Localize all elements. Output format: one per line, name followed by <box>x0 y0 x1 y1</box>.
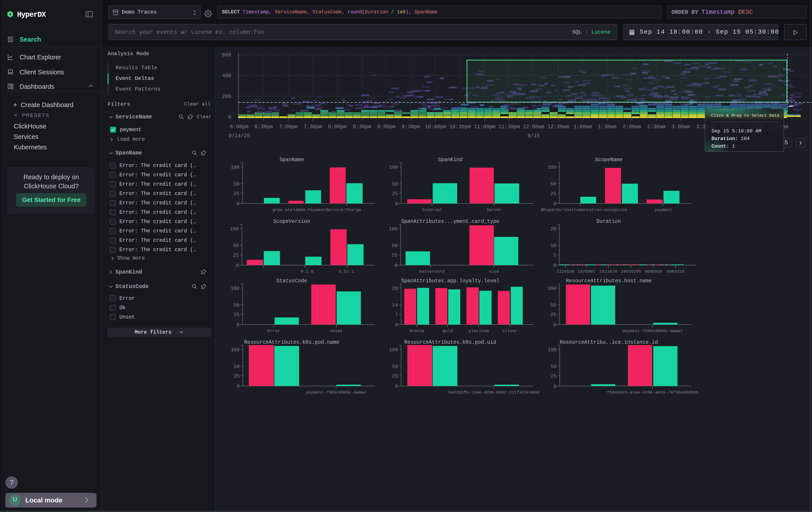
svg-text:Duration: Duration <box>597 219 621 224</box>
svg-text:platinum: platinum <box>468 329 489 333</box>
svg-text:0: 0 <box>236 263 239 268</box>
svg-text:2:00am: 2:00am <box>623 124 641 130</box>
svg-text:1:30am: 1:30am <box>598 124 616 130</box>
svg-text:50: 50 <box>234 364 240 370</box>
svg-text:12:00am: 12:00am <box>523 124 545 130</box>
svg-text:SpanName: SpanName <box>280 157 304 163</box>
svg-text:200: 200 <box>222 94 231 100</box>
svg-text:payment-7985c8969c-mwmw7: payment-7985c8969c-mwmw7 <box>622 329 683 333</box>
svg-text:11:00pm: 11:00pm <box>474 124 496 130</box>
svg-text:1621070: 1621070 <box>600 269 617 274</box>
svg-text:0: 0 <box>228 114 231 120</box>
svg-text:50: 50 <box>234 302 239 308</box>
svg-text:50: 50 <box>392 182 398 187</box>
svg-text:SpanAttributes...yment.card_ty: SpanAttributes...yment.card_type <box>401 219 499 224</box>
svg-text:100: 100 <box>231 165 239 170</box>
svg-text:mastercard: mastercard <box>419 269 444 274</box>
svg-text:0.51.1: 0.51.1 <box>339 269 354 274</box>
svg-text:14: 14 <box>392 302 398 308</box>
svg-text:50: 50 <box>551 302 556 308</box>
svg-text:grpc.oteldemo.PaymentService/C: grpc.oteldemo.PaymentService/Charge <box>272 208 361 212</box>
svg-text:ResourceAttributes.k8s.pod.nam: ResourceAttributes.k8s.pod.name <box>244 340 339 345</box>
svg-text:25: 25 <box>392 191 398 196</box>
svg-text:Server: Server <box>487 208 502 212</box>
svg-text:1:00am: 1:00am <box>574 124 592 130</box>
svg-text:600: 600 <box>222 52 231 58</box>
svg-text:100: 100 <box>547 165 556 170</box>
svg-text:50: 50 <box>551 364 556 370</box>
svg-text:100: 100 <box>231 347 240 353</box>
svg-text:bronze: bronze <box>409 329 425 333</box>
svg-text:ResourceAttributes.k8s.pod.uid: ResourceAttributes.k8s.pod.uid <box>404 340 496 345</box>
svg-text:Unset: Unset <box>330 329 343 333</box>
svg-text:25: 25 <box>392 253 398 258</box>
svg-text:9:30pm: 9:30pm <box>402 124 420 130</box>
svg-text:50: 50 <box>392 364 398 370</box>
svg-text:0: 0 <box>395 384 398 389</box>
svg-text:SpanKind: SpanKind <box>438 157 462 163</box>
svg-text:Internal: Internal <box>422 208 442 212</box>
svg-text:payment-7985c8969c-mwmw7: payment-7985c8969c-mwmw7 <box>306 390 367 395</box>
svg-text:0: 0 <box>553 263 556 268</box>
svg-text:ResourceAttribu..ice.instance.: ResourceAttribu..ice.instance.id <box>560 340 658 345</box>
svg-text:25: 25 <box>234 374 240 379</box>
svg-text:9/14/25: 9/14/25 <box>229 133 250 139</box>
svg-text:7: 7 <box>395 312 398 318</box>
svg-text:20: 20 <box>551 226 556 232</box>
svg-text:6:00pm: 6:00pm <box>230 124 249 130</box>
svg-text:1376801: 1376801 <box>577 269 595 274</box>
svg-text:25: 25 <box>551 374 556 379</box>
svg-text:50: 50 <box>392 243 398 249</box>
svg-text:100: 100 <box>389 165 398 170</box>
svg-text:100: 100 <box>547 286 556 291</box>
svg-text:100: 100 <box>389 226 398 232</box>
svg-text:8:30pm: 8:30pm <box>353 124 371 130</box>
svg-text:5e02b5fb-13ae-4296-bbbc-111f42: 5e02b5fb-13ae-4296-bbbc-111f423c460d <box>448 390 540 395</box>
svg-text:25: 25 <box>551 191 556 196</box>
svg-text:Error: Error <box>267 329 280 333</box>
svg-text:8:00pm: 8:00pm <box>328 124 347 130</box>
svg-text:2:30am: 2:30am <box>647 124 666 130</box>
svg-text:6:30pm: 6:30pm <box>255 124 273 130</box>
svg-text:25: 25 <box>234 312 239 318</box>
svg-text:100: 100 <box>548 347 556 353</box>
svg-text:f5344ec9-a1ea-4290-a62a-78f5be: f5344ec9-a1ea-4290-a62a-78f5bee8d90b <box>607 390 698 395</box>
svg-text:StatusCode: StatusCode <box>277 278 307 284</box>
svg-text:5: 5 <box>553 253 556 258</box>
svg-text:25: 25 <box>392 374 398 379</box>
svg-text:0: 0 <box>554 384 556 389</box>
svg-text:gold: gold <box>442 329 453 333</box>
svg-text:10:00pm: 10:00pm <box>425 124 446 130</box>
svg-text:400: 400 <box>222 73 231 79</box>
svg-text:ScopeVersion: ScopeVersion <box>273 219 310 224</box>
svg-text:0.1.0: 0.1.0 <box>300 269 313 274</box>
svg-text:SpanAttributes.app.loyalty.lev: SpanAttributes.app.loyalty.level <box>401 278 499 284</box>
svg-text:7:00pm: 7:00pm <box>279 124 298 130</box>
svg-text:50: 50 <box>234 182 239 187</box>
svg-text:ScopeName: ScopeName <box>595 157 622 163</box>
svg-text:payment: payment <box>655 208 672 212</box>
svg-text:0: 0 <box>553 201 556 207</box>
svg-text:25: 25 <box>234 191 239 196</box>
svg-text:9:00pm: 9:00pm <box>377 124 396 130</box>
svg-text:9/15: 9/15 <box>527 133 540 139</box>
svg-text:0: 0 <box>395 201 398 207</box>
svg-text:0: 0 <box>395 322 398 328</box>
svg-text:25: 25 <box>551 312 556 318</box>
svg-text:12:30am: 12:30am <box>548 124 569 130</box>
svg-text:0: 0 <box>553 322 556 328</box>
svg-text:19935295: 19935295 <box>621 269 641 274</box>
svg-text:silver: silver <box>502 329 517 333</box>
svg-text:50: 50 <box>551 182 556 187</box>
svg-text:visa: visa <box>489 269 499 274</box>
svg-text:10:30pm: 10:30pm <box>450 124 471 130</box>
svg-text:25: 25 <box>233 253 239 258</box>
svg-text:0: 0 <box>237 201 239 207</box>
svg-text:0: 0 <box>395 263 398 268</box>
svg-text:9983218: 9983218 <box>667 269 685 274</box>
svg-text:ResourceAttributes.host.name: ResourceAttributes.host.name <box>566 278 652 284</box>
svg-text:7:30pm: 7:30pm <box>304 124 322 130</box>
svg-text:100: 100 <box>230 226 239 232</box>
svg-text:100: 100 <box>389 347 398 353</box>
svg-text:3:00am: 3:00am <box>672 124 690 130</box>
